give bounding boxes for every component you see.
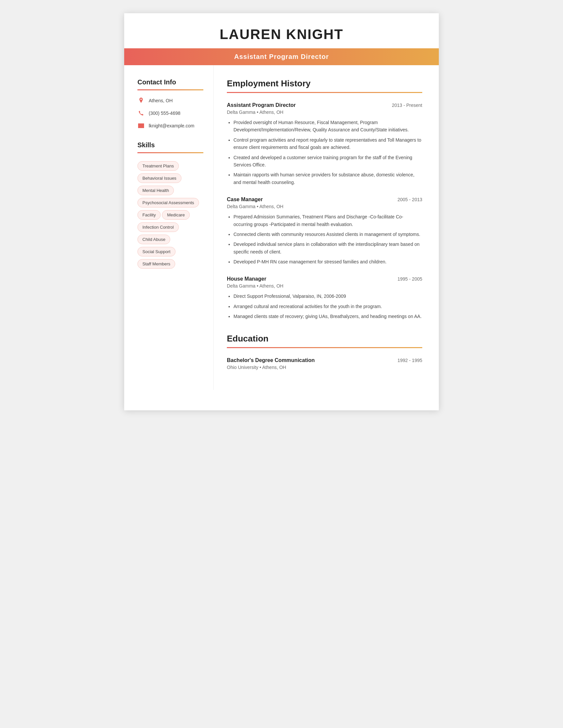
employment-section-title: Employment History	[227, 78, 422, 89]
job-dates: 2005 - 2013	[398, 197, 422, 202]
skill-tag: Behavioral Issues	[137, 173, 181, 183]
skill-tag: Infection Control	[137, 222, 179, 232]
sidebar: Contact Info Athens, OH	[124, 65, 213, 390]
contact-location: Athens, OH	[137, 97, 203, 104]
job-header: Assistant Program Director2013 - Present	[227, 102, 422, 108]
skill-tag: Facility	[137, 210, 161, 220]
job-block: Assistant Program Director2013 - Present…	[227, 102, 422, 186]
job-title: Assistant Program Director	[124, 53, 439, 61]
skill-tag: Psychosocial Assessments	[137, 198, 199, 207]
contact-phone: (300) 555-4698	[137, 110, 203, 117]
email-icon	[137, 122, 145, 129]
skill-tag: Medicare	[162, 210, 189, 220]
location-icon	[137, 97, 145, 104]
header: LAUREN KNIGHT Assistant Program Director	[124, 13, 439, 65]
jobs-container: Assistant Program Director2013 - Present…	[227, 102, 422, 320]
skill-tag: Child Abuse	[137, 235, 170, 244]
job-header: Case Manager2005 - 2013	[227, 197, 422, 203]
job-bullet: Connected clients with community resourc…	[233, 231, 422, 238]
edu-school: Ohio University • Athens, OH	[227, 365, 422, 370]
job-bullet: Created and developed a customer service…	[233, 154, 422, 169]
job-bullet: Control program activities and report re…	[233, 136, 422, 151]
job-bullet: Prepared Admission Summaries, Treatment …	[233, 213, 422, 228]
job-bullets: Prepared Admission Summaries, Treatment …	[227, 213, 422, 265]
job-title: House Manager	[227, 276, 266, 282]
contact-section-title: Contact Info	[137, 78, 203, 86]
contact-section: Contact Info Athens, OH	[137, 78, 203, 129]
job-dates: 2013 - Present	[392, 103, 422, 108]
phone-text: (300) 555-4698	[149, 111, 180, 116]
title-bar: Assistant Program Director	[124, 48, 439, 65]
education-divider	[227, 347, 422, 348]
job-bullet: Developed P-MH RN case management for st…	[233, 258, 422, 265]
job-dates: 1995 - 2005	[398, 276, 422, 282]
job-company: Delta Gamma • Athens, OH	[227, 204, 422, 209]
job-title: Assistant Program Director	[227, 102, 296, 108]
main-content: Employment History Assistant Program Dir…	[213, 65, 439, 390]
employment-divider	[227, 92, 422, 93]
job-bullets: Direct Support Professional, Valparaiso,…	[227, 293, 422, 320]
job-company: Delta Gamma • Athens, OH	[227, 110, 422, 115]
edu-dates: 1992 - 1995	[398, 358, 422, 363]
job-bullet: Direct Support Professional, Valparaiso,…	[233, 293, 422, 300]
contact-divider	[137, 89, 203, 90]
skills-divider	[137, 152, 203, 153]
edu-header: Bachelor's Degree Communication1992 - 19…	[227, 357, 422, 363]
education-section: Education Bachelor's Degree Communicatio…	[227, 334, 422, 370]
skills-section: Skills Treatment PlansBehavioral IssuesM…	[137, 141, 203, 270]
education-block: Bachelor's Degree Communication1992 - 19…	[227, 357, 422, 370]
skills-tags-container: Treatment PlansBehavioral IssuesMental H…	[137, 160, 203, 270]
body-layout: Contact Info Athens, OH	[124, 65, 439, 390]
job-block: House Manager1995 - 2005Delta Gamma • At…	[227, 276, 422, 320]
resume-container: LAUREN KNIGHT Assistant Program Director…	[124, 13, 439, 410]
job-bullets: Provided oversight of Human Resource, Fi…	[227, 119, 422, 186]
phone-icon	[137, 110, 145, 117]
job-bullet: Provided oversight of Human Resource, Fi…	[233, 119, 422, 134]
education-section-title: Education	[227, 334, 422, 344]
edu-degree: Bachelor's Degree Communication	[227, 357, 315, 363]
skill-tag: Social Support	[137, 247, 175, 256]
job-title: Case Manager	[227, 197, 263, 203]
location-text: Athens, OH	[149, 98, 172, 103]
job-bullet: Managed clients state of recovery; givin…	[233, 313, 422, 320]
job-bullet: Maintain rapports with human service pro…	[233, 171, 422, 186]
candidate-name: LAUREN KNIGHT	[124, 26, 439, 42]
skill-tag: Mental Health	[137, 186, 174, 195]
skill-tag: Treatment Plans	[137, 161, 179, 171]
employment-section: Employment History Assistant Program Dir…	[227, 78, 422, 320]
skills-section-title: Skills	[137, 141, 203, 149]
job-bullet: Arranged cultural and recreational activ…	[233, 303, 422, 310]
skill-tag: Staff Members	[137, 259, 175, 269]
job-bullet: Developed individual service plans in co…	[233, 241, 422, 255]
job-company: Delta Gamma • Athens, OH	[227, 283, 422, 289]
job-block: Case Manager2005 - 2013Delta Gamma • Ath…	[227, 197, 422, 265]
education-container: Bachelor's Degree Communication1992 - 19…	[227, 357, 422, 370]
email-text: lknight@example.com	[149, 123, 194, 128]
job-header: House Manager1995 - 2005	[227, 276, 422, 282]
contact-email: lknight@example.com	[137, 122, 203, 129]
